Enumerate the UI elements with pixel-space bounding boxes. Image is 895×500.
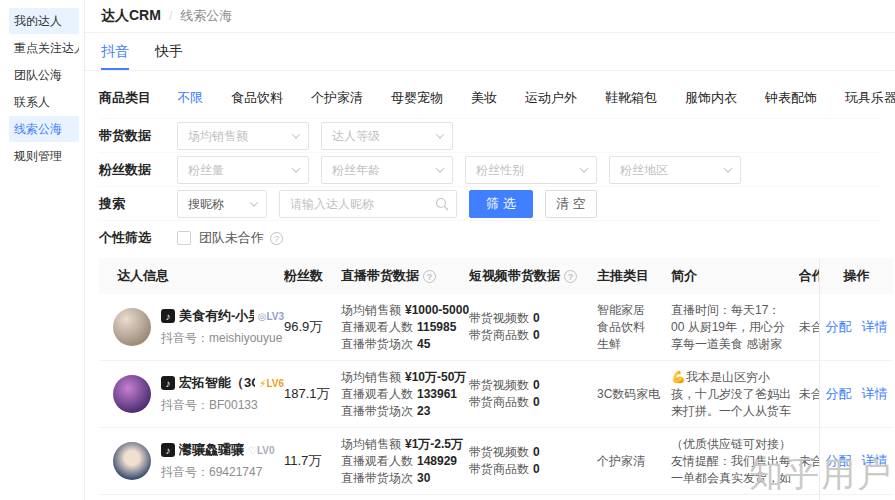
category-option-apparel[interactable]: 服饰内衣 xyxy=(685,89,737,107)
avatar[interactable] xyxy=(113,308,151,346)
question-circle-icon[interactable] xyxy=(564,270,577,283)
category-tag: 食品饮料 xyxy=(597,319,671,336)
avg-sales-select[interactable]: 场均销售额 xyxy=(177,122,309,150)
daren-name[interactable]: 美食有约-小昊 xyxy=(179,307,254,325)
fans-gender-placeholder: 粉丝性别 xyxy=(476,162,524,179)
sidebar: 我的达人 重点关注达人 团队公海 联系人 线索公海 规则管理 xyxy=(0,0,85,500)
live-metric-label: 场均销售额 xyxy=(341,437,401,451)
main-category-cell: 3C数码家电 xyxy=(597,386,671,403)
fans-region-select[interactable]: 粉丝地区 xyxy=(609,156,741,184)
table-header: 达人信息 粉丝数 直播带货数据 短视频带货数据 主推类目 简介 合作状态 操作 xyxy=(99,258,893,294)
clear-button[interactable]: 清 空 xyxy=(545,190,597,218)
category-option-beauty[interactable]: 美妆 xyxy=(471,89,497,107)
sidebar-item-rule-management[interactable]: 规则管理 xyxy=(9,143,79,169)
live-metric-label: 场均销售额 xyxy=(341,370,401,384)
chevron-down-icon xyxy=(292,130,300,138)
sidebar-item-contacts[interactable]: 联系人 xyxy=(9,89,79,115)
video-metric-label: 带货视频数 xyxy=(469,445,529,459)
category-tag: 生鲜 xyxy=(597,336,671,353)
fans-filter-label: 粉丝数据 xyxy=(99,161,165,179)
tab-kuaishou[interactable]: 快手 xyxy=(155,33,183,70)
detail-link[interactable]: 详情 xyxy=(862,452,888,470)
category-option-personal-care[interactable]: 个护家清 xyxy=(311,89,363,107)
intro-cell: （优质供应链可对接）友情提醒：我们售出每一单都会真实发货，如遇破损... xyxy=(671,436,799,487)
fans-count-select[interactable]: 粉丝量 xyxy=(177,156,309,184)
fans-age-select[interactable]: 粉丝年龄 xyxy=(321,156,453,184)
douyin-icon xyxy=(161,443,175,457)
level-badge: ⚡LV6 xyxy=(259,378,284,389)
team-uncooperated-checkbox[interactable] xyxy=(177,231,191,245)
header-video-data: 短视频带货数据 xyxy=(469,258,597,294)
main-category-cell: 个护家清 xyxy=(597,453,671,470)
level-icon: ♡ xyxy=(248,445,257,456)
category-tag: 个护家清 xyxy=(597,453,671,470)
category-option-food[interactable]: 食品饮料 xyxy=(231,89,283,107)
live-metric-value: 148929 xyxy=(417,454,457,468)
daren-info-cell: 宏拓智能（3C... ⚡LV6 抖音号：BF00133 xyxy=(99,374,284,414)
chevron-down-icon xyxy=(250,198,258,206)
daren-identity: 灪骧鱻骦骧 ♡LV0 抖音号：69421747 xyxy=(161,441,275,481)
coop-status-cell: 未合作 xyxy=(799,453,819,470)
sidebar-item-lead-pool[interactable]: 线索公海 xyxy=(9,116,79,142)
daren-name[interactable]: 灪骧鱻骦骧 xyxy=(179,441,244,459)
header-daren-info: 达人信息 xyxy=(99,258,284,294)
filter-button[interactable]: 筛 选 xyxy=(469,190,533,218)
filter-row-personal: 个性筛选 团队未合作 xyxy=(99,224,881,252)
daren-level-select[interactable]: 达人等级 xyxy=(321,122,453,150)
live-metric-label: 场均销售额 xyxy=(341,303,401,317)
fans-gender-select[interactable]: 粉丝性别 xyxy=(465,156,597,184)
header-live-label: 直播带货数据 xyxy=(341,267,419,285)
action-cell: 分配 详情 xyxy=(819,428,893,494)
assign-link[interactable]: 分配 xyxy=(826,385,852,403)
search-label: 搜索 xyxy=(99,195,165,213)
header-coop-status: 合作状态 xyxy=(799,258,819,294)
avg-sales-placeholder: 场均销售额 xyxy=(188,128,248,145)
sidebar-item-my-darens[interactable]: 我的达人 xyxy=(9,8,79,34)
live-metric-value: 133961 xyxy=(417,387,457,401)
video-metric-value: 0 xyxy=(533,445,540,459)
category-option-baby-pet[interactable]: 母婴宠物 xyxy=(391,89,443,107)
chevron-down-icon xyxy=(724,164,732,172)
question-circle-icon[interactable] xyxy=(423,270,436,283)
category-option-all[interactable]: 不限 xyxy=(177,89,203,107)
header-intro: 简介 xyxy=(671,258,799,294)
video-metric-value: 0 xyxy=(533,328,540,342)
daren-level-placeholder: 达人等级 xyxy=(332,128,380,145)
douyin-id: 抖音号：BF00133 xyxy=(161,397,284,414)
table-row: 灪骧鱻骦骧 ♡LV0 抖音号：69421747 11.7万 场均销售额¥1万-2… xyxy=(99,428,893,495)
header-video-label: 短视频带货数据 xyxy=(469,267,560,285)
table-body: 美食有约-小昊 ◎LV3 抖音号：meishiyouyue 96.9万 场均销售… xyxy=(99,294,893,500)
category-option-outdoor[interactable]: 运动户外 xyxy=(525,89,577,107)
breadcrumb: 达人CRM / 线索公海 xyxy=(85,0,895,33)
main-content: 达人CRM / 线索公海 抖音 快手 商品类目 不限 食品饮料 个护家清 母婴宠… xyxy=(85,0,895,500)
tab-douyin[interactable]: 抖音 xyxy=(101,33,129,70)
douyin-icon xyxy=(161,309,175,323)
daren-info-cell: 灪骧鱻骦骧 ♡LV0 抖音号：69421747 xyxy=(99,441,284,481)
live-metric-value: ¥10万-50万 xyxy=(405,370,466,384)
assign-link[interactable]: 分配 xyxy=(826,318,852,336)
detail-link[interactable]: 详情 xyxy=(862,385,888,403)
live-metric-value: 30 xyxy=(417,471,430,485)
daren-identity: 美食有约-小昊 ◎LV3 抖音号：meishiyouyue xyxy=(161,307,284,347)
detail-link[interactable]: 详情 xyxy=(862,318,888,336)
sales-filter-controls: 场均销售额 达人等级 xyxy=(165,122,881,150)
live-metric-value: ¥1万-2.5万 xyxy=(405,437,463,451)
live-metric-value: ¥1000-5000 xyxy=(405,303,469,317)
daren-name[interactable]: 宏拓智能（3C... xyxy=(179,374,255,392)
search-input[interactable] xyxy=(279,190,457,218)
category-option-shoes-bags[interactable]: 鞋靴箱包 xyxy=(605,89,657,107)
douyin-id: 抖音号：meishiyouyue xyxy=(161,330,284,347)
sidebar-item-key-darens[interactable]: 重点关注达人 xyxy=(9,35,79,61)
avatar[interactable] xyxy=(113,442,151,480)
fans-count-cell: 96.9万 xyxy=(284,318,341,336)
douyin-icon xyxy=(161,376,175,390)
assign-link[interactable]: 分配 xyxy=(826,452,852,470)
category-option-toys[interactable]: 玩具乐器 xyxy=(845,89,895,107)
breadcrumb-root[interactable]: 达人CRM xyxy=(101,7,161,25)
daren-table: 达人信息 粉丝数 直播带货数据 短视频带货数据 主推类目 简介 合作状态 操作 xyxy=(99,258,893,500)
category-option-watch-accessory[interactable]: 钟表配饰 xyxy=(765,89,817,107)
sidebar-item-team-pool[interactable]: 团队公海 xyxy=(9,62,79,88)
search-mode-select[interactable]: 搜昵称 xyxy=(177,190,267,218)
question-circle-icon[interactable] xyxy=(270,232,283,245)
avatar[interactable] xyxy=(113,375,151,413)
